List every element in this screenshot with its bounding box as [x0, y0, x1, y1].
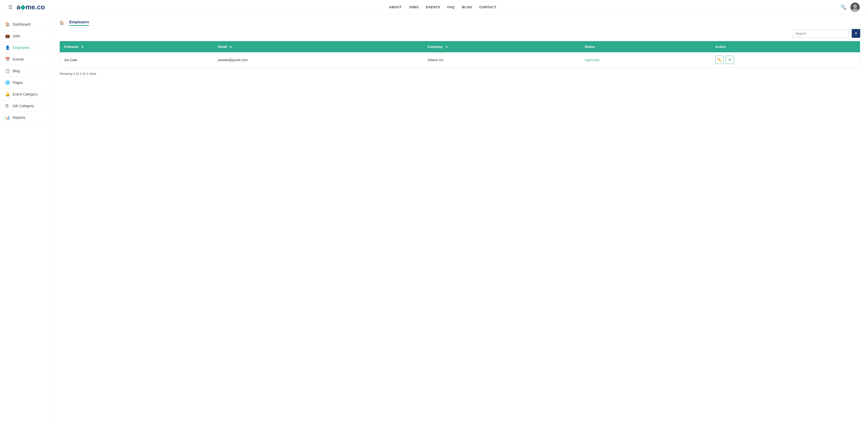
sidebar: 🏠 Dashboard 💼 Jobs 👤 Employers 📅 Events …: [0, 15, 52, 423]
jobs-icon: 💼: [5, 34, 10, 38]
search-input[interactable]: [792, 29, 849, 37]
sidebar-label-reports: Reports: [13, 115, 25, 120]
event-category-icon: 🔔: [5, 92, 10, 96]
nav-right: 🔍: [841, 3, 860, 12]
sidebar-label-job-category: Job Category: [12, 104, 34, 108]
reports-icon: 📊: [5, 115, 10, 120]
nav-contact[interactable]: CONTACT: [479, 5, 496, 9]
list-view-button[interactable]: ≡: [852, 29, 860, 38]
pagination-text: Showing 1 to 1 of 1 rows: [60, 72, 860, 76]
col-action: Action: [711, 41, 860, 52]
sidebar-item-dashboard[interactable]: 🏠 Dashboard: [0, 19, 52, 30]
breadcrumb-current: Employers: [69, 20, 89, 26]
table: Fullname ⇅ Email ⇅ Company ⇅ Status: [60, 41, 860, 67]
sidebar-item-jobs[interactable]: 💼 Jobs: [0, 30, 52, 42]
sort-company-icon: ⇅: [445, 45, 448, 49]
table-row: Joe Dale joedale@gmail.com Adame Inc App…: [60, 52, 860, 67]
sidebar-item-event-category[interactable]: 🔔 Event Category: [0, 88, 52, 100]
breadcrumb: 🏠 › Employers: [60, 20, 860, 26]
col-email[interactable]: Email ⇅: [214, 41, 424, 52]
sidebar-label-jobs: Jobs: [13, 34, 21, 38]
nav-jobs[interactable]: JOBS: [409, 5, 418, 9]
status-badge: Approved.: [585, 58, 600, 62]
main-content: 🏠 › Employers ≡ Fullname ⇅ Email: [52, 15, 868, 423]
top-nav: ☰ a◆me.co ABOUT JOBS EVENTS FAQ BLOG CON…: [0, 0, 868, 15]
col-status: Status: [581, 41, 711, 52]
cell-status: Approved.: [581, 52, 711, 67]
sidebar-item-job-category[interactable]: ☰ Job Category: [0, 100, 52, 112]
sidebar-label-dashboard: Dashboard: [13, 22, 31, 26]
table-header: Fullname ⇅ Email ⇅ Company ⇅ Status: [60, 41, 860, 52]
cell-action: ✏️ 👁: [711, 52, 860, 67]
logo-text: a◆me.co: [17, 3, 45, 11]
hamburger-icon[interactable]: ☰: [8, 4, 12, 10]
employers-icon: 👤: [5, 45, 10, 50]
sidebar-item-events[interactable]: 📅 Events: [0, 54, 52, 65]
sidebar-item-reports[interactable]: 📊 Reports: [0, 112, 52, 123]
logo-dot: ◆: [20, 3, 25, 11]
nav-left: ☰ a◆me.co: [8, 3, 45, 11]
cell-company: Adame Inc: [424, 52, 581, 67]
view-button[interactable]: 👁: [726, 56, 734, 64]
sidebar-label-event-category: Event Category: [13, 92, 38, 96]
toolbar: ≡: [60, 29, 860, 38]
cell-fullname: Joe Dale: [60, 52, 214, 67]
sidebar-label-pages: Pages: [13, 81, 23, 85]
events-icon: 📅: [5, 57, 10, 62]
logo[interactable]: a◆me.co: [17, 3, 45, 11]
dashboard-icon: 🏠: [5, 22, 10, 27]
action-buttons: ✏️ 👁: [715, 56, 856, 64]
col-fullname[interactable]: Fullname ⇅: [60, 41, 214, 52]
nav-about[interactable]: ABOUT: [389, 5, 402, 9]
employers-table: Fullname ⇅ Email ⇅ Company ⇅ Status: [60, 41, 860, 67]
col-company[interactable]: Company ⇅: [424, 41, 581, 52]
sidebar-label-employers: Employers: [13, 46, 30, 50]
nav-events[interactable]: EVENTS: [426, 5, 440, 9]
blog-icon: 📋: [5, 68, 10, 73]
nav-faq[interactable]: FAQ: [447, 5, 455, 9]
sidebar-label-blog: Blog: [13, 69, 20, 73]
sort-email-icon: ⇅: [229, 45, 232, 49]
sidebar-item-pages[interactable]: 🌐 Pages: [0, 77, 52, 88]
layout: 🏠 Dashboard 💼 Jobs 👤 Employers 📅 Events …: [0, 15, 868, 423]
avatar[interactable]: [850, 3, 860, 12]
nav-blog[interactable]: BLOG: [462, 5, 472, 9]
pages-icon: 🌐: [5, 80, 10, 85]
nav-center: ABOUT JOBS EVENTS FAQ BLOG CONTACT: [389, 5, 496, 9]
edit-button[interactable]: ✏️: [715, 56, 724, 64]
svg-point-1: [852, 8, 858, 12]
job-category-icon: ☰: [5, 104, 10, 108]
breadcrumb-separator: ›: [66, 21, 67, 25]
sort-fullname-icon: ⇅: [81, 45, 84, 49]
search-icon[interactable]: 🔍: [841, 4, 846, 10]
sidebar-item-employers[interactable]: 👤 Employers: [0, 42, 52, 54]
breadcrumb-home[interactable]: 🏠: [60, 21, 64, 25]
cell-email: joedale@gmail.com: [214, 52, 424, 67]
table-body: Joe Dale joedale@gmail.com Adame Inc App…: [60, 52, 860, 67]
sidebar-item-blog[interactable]: 📋 Blog: [0, 65, 52, 77]
sidebar-label-events: Events: [13, 57, 24, 61]
svg-point-0: [853, 4, 857, 8]
